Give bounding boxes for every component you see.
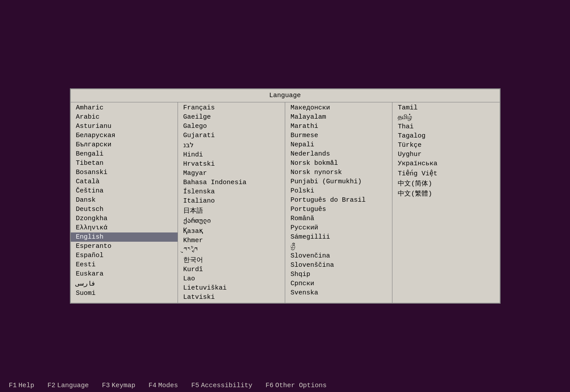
lang-item[interactable]: Suomi [71,289,178,298]
lang-item[interactable]: Bengali [71,149,178,159]
lang-item[interactable]: Íslenska [178,187,285,196]
footer-bar: F1 HelpF2 LanguageF3 KeymapF4 ModesF5 Ac… [0,379,570,392]
lang-item[interactable]: Lietuviškai [178,283,285,293]
lang-item[interactable]: Eesti [71,260,178,269]
lang-item[interactable]: ქართული [178,216,285,226]
footer-item-f2[interactable]: F2 Language [47,382,89,389]
lang-column-1: FrançaisGaeilgeGalegoGujaratiלבּנHindiHr… [178,102,285,303]
lang-column-3: Tamilதமிழ்ThaiTagalogTürkçeUyghurУкраїнс… [392,102,499,303]
footer-label: Other Options [275,382,327,389]
footer-key: F2 [47,382,55,389]
lang-item[interactable]: Français [178,103,285,113]
lang-item[interactable]: Українська [392,159,499,168]
lang-column-2: МакедонскиMalayalamMarathiBurmeseNepaliN… [285,102,392,303]
footer-item-f5[interactable]: F5 Accessibility [191,382,252,389]
lang-item[interactable]: Lao [178,274,285,283]
footer-item-f4[interactable]: F4 Modes [149,382,178,389]
lang-item[interactable]: Čeština [71,186,178,196]
lang-item[interactable]: Hrvatski [178,160,285,169]
lang-item[interactable]: Tagalog [392,131,499,141]
lang-item[interactable]: Bahasa Indonesia [178,178,285,187]
columns-container: AmharicArabicAsturianuБеларускаяБългарск… [71,102,500,303]
lang-item[interactable]: Italiano [178,196,285,206]
lang-item[interactable]: Latviski [178,293,285,302]
lang-item[interactable]: Punjabi (Gurmukhi) [285,177,392,186]
footer-item-f1[interactable]: F1 Help [9,382,34,389]
lang-item[interactable]: ශ්‍රී [285,242,392,251]
lang-item[interactable]: Tamil [392,103,499,113]
lang-item[interactable]: 日本語 [178,206,285,216]
lang-item[interactable]: Slovenščina [285,261,392,270]
lang-item[interactable]: Русский [285,223,392,232]
lang-item[interactable]: לבּנ [178,140,285,150]
lang-item[interactable]: Galego [178,122,285,131]
lang-item[interactable]: ཀུར་ཀྱི [178,245,285,255]
lang-item[interactable]: Asturianu [71,122,178,131]
lang-item[interactable]: Tibetan [71,159,178,168]
lang-item[interactable]: فارسی [71,279,178,289]
lang-item[interactable]: Gaeilge [178,113,285,122]
main-container: Language AmharicArabicAsturianuБеларуска… [70,0,501,392]
lang-item[interactable]: 中文(繁體) [392,189,499,199]
lang-item[interactable]: Norsk bokmål [285,159,392,168]
lang-column-0: AmharicArabicAsturianuБеларускаяБългарск… [71,102,178,303]
lang-item[interactable]: Türkçe [392,141,499,150]
lang-item[interactable]: Español [71,251,178,260]
lang-item[interactable]: Português [285,205,392,214]
lang-item[interactable]: Ελληνικά [71,223,178,232]
lang-item[interactable]: Burmese [285,131,392,140]
footer-key: F6 [265,382,273,389]
lang-item[interactable]: தமிழ் [392,113,499,122]
lang-item[interactable]: Беларуская [71,131,178,140]
lang-item[interactable]: Dzongkha [71,214,178,223]
lang-item[interactable]: English [71,232,178,242]
footer-label: Modes [158,382,178,389]
lang-item[interactable]: Tiếng Việt [392,168,499,178]
language-panel: Language AmharicArabicAsturianuБеларуска… [70,88,501,304]
lang-item[interactable]: Sámegillii [285,232,392,242]
lang-item[interactable]: Khmer [178,236,285,245]
lang-item[interactable]: Malayalam [285,113,392,122]
footer-label: Help [18,382,34,389]
footer-item-f3[interactable]: F3 Keymap [102,382,135,389]
lang-item[interactable]: Amharic [71,103,178,113]
lang-item[interactable]: Dansk [71,196,178,205]
lang-item[interactable]: Svenska [285,288,392,298]
footer-key: F3 [102,382,110,389]
lang-item[interactable]: Kurdî [178,265,285,274]
lang-item[interactable]: Română [285,214,392,223]
footer-label: Keymap [112,382,135,389]
lang-item[interactable]: 한국어 [178,255,285,265]
lang-item[interactable]: Hindi [178,150,285,160]
lang-item[interactable]: Қазақ [178,226,285,236]
lang-item[interactable]: Marathi [285,122,392,131]
lang-item[interactable]: Euskara [71,269,178,279]
lang-item[interactable]: Esperanto [71,242,178,251]
footer-key: F5 [191,382,199,389]
lang-item[interactable]: Arabic [71,113,178,122]
lang-item[interactable]: Magyar [178,169,285,178]
footer-label: Language [57,382,89,389]
lang-item[interactable]: Gujarati [178,131,285,140]
lang-item[interactable]: Thai [392,122,499,131]
lang-item[interactable]: Português do Brasil [285,196,392,205]
panel-title: Language [71,89,500,102]
footer-key: F4 [149,382,156,389]
lang-item[interactable]: Norsk nynorsk [285,168,392,177]
lang-item[interactable]: Deutsch [71,205,178,214]
lang-item[interactable]: Uyghur [392,150,499,159]
lang-item[interactable]: Nepali [285,140,392,149]
footer-item-f6[interactable]: F6 Other Options [265,382,327,389]
lang-item[interactable]: Shqip [285,270,392,279]
lang-item[interactable]: Català [71,177,178,186]
lang-item[interactable]: Slovenčina [285,251,392,261]
lang-item[interactable]: Polski [285,186,392,196]
lang-item[interactable]: Български [71,140,178,149]
lang-item[interactable]: Српски [285,279,392,288]
lang-item[interactable]: 中文(简体) [392,178,499,189]
lang-item[interactable]: Македонски [285,103,392,113]
lang-item[interactable]: Nederlands [285,149,392,159]
lang-item[interactable]: Bosanski [71,168,178,177]
footer-key: F1 [9,382,17,389]
footer-label: Accessibility [201,382,252,389]
